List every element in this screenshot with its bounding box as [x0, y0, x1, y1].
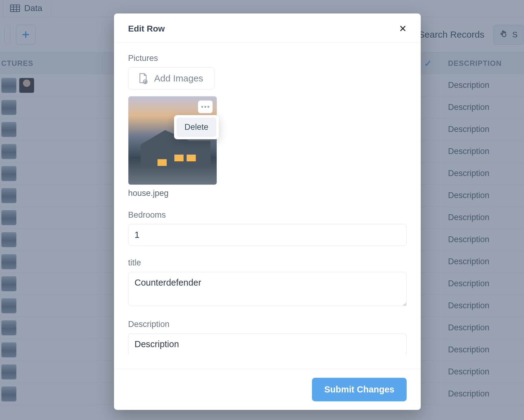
- field-label-title: title: [128, 258, 407, 268]
- edit-row-modal: Edit Row ✕ Pictures Add Images Delete: [114, 13, 421, 410]
- submit-changes-button[interactable]: Submit Changes: [312, 378, 407, 401]
- field-label-bedrooms: Bedrooms: [128, 210, 407, 220]
- file-plus-icon: [137, 73, 149, 84]
- close-icon[interactable]: ✕: [399, 24, 407, 33]
- delete-image-button[interactable]: Delete: [177, 118, 216, 137]
- image-filename: house.jpeg: [128, 189, 217, 198]
- description-input[interactable]: [128, 333, 407, 355]
- field-label-description: Description: [128, 320, 407, 329]
- title-input[interactable]: [128, 272, 407, 306]
- bedrooms-input[interactable]: [128, 224, 407, 246]
- image-options-popover: Delete: [174, 115, 219, 139]
- modal-title: Edit Row: [128, 24, 165, 34]
- image-options-button[interactable]: [198, 100, 213, 113]
- add-images-button[interactable]: Add Images: [128, 67, 215, 89]
- add-images-label: Add Images: [154, 73, 203, 84]
- field-label-pictures: Pictures: [128, 54, 407, 63]
